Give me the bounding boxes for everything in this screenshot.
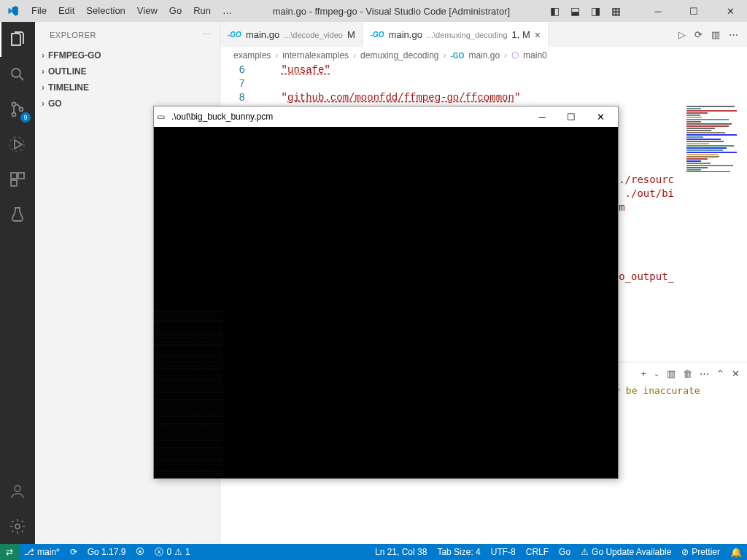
scm-badge: 9 (20, 112, 31, 122)
vscode-icon (0, 5, 26, 17)
more-actions-icon[interactable]: ⋯ (729, 29, 738, 40)
language-mode[interactable]: Go (554, 547, 576, 557)
minimize-button[interactable]: ─ (641, 0, 675, 22)
sidebar-section-timeline[interactable]: ›TIMELINE (35, 79, 220, 96)
go-version[interactable]: Go 1.17.9 (82, 544, 131, 560)
layout-right-icon[interactable]: ◨ (586, 5, 606, 17)
go-update[interactable]: ⚠Go Update Available (576, 547, 676, 557)
crumb[interactable]: internalexamples (282, 50, 349, 61)
activity-bar: 9 (0, 22, 35, 544)
tab-decode-video[interactable]: -GO main.go ...\decode_video M (220, 22, 363, 47)
layout-grid-icon[interactable]: ▦ (606, 5, 627, 17)
go-file-icon: -GO (371, 31, 384, 39)
split-terminal-icon[interactable]: ▥ (667, 368, 676, 379)
menu-selection[interactable]: Selection (80, 0, 131, 22)
overlay-close-button[interactable]: ✕ (586, 112, 615, 122)
app-icon: ▭ (157, 112, 171, 122)
title-bar: File Edit Selection View Go Run … main.g… (0, 0, 747, 22)
sidebar-header: EXPLORER ⋯ (35, 22, 220, 47)
close-panel-icon[interactable]: ✕ (732, 368, 740, 379)
prettier-status[interactable]: ⊘Prettier (676, 547, 725, 557)
cursor-position[interactable]: Ln 21, Col 38 (370, 547, 432, 557)
svg-rect-7 (11, 180, 17, 186)
live-share-icon[interactable]: ⦿ (131, 544, 150, 560)
svg-point-0 (12, 69, 20, 77)
tab-demuxing-decoding[interactable]: -GO main.go ...\demuxing_decoding 1, M × (363, 22, 549, 47)
svg-point-1 (12, 103, 16, 106)
overlay-titlebar[interactable]: ▭ .\out\big_buck_bunny.pcm ─ ☐ ✕ (154, 106, 618, 127)
overlay-maximize-button[interactable]: ☐ (557, 112, 586, 122)
breadcrumbs[interactable]: examples› internalexamples› demuxing_dec… (220, 47, 747, 63)
notifications-icon[interactable]: 🔔 (725, 547, 747, 558)
layout-bottom-icon[interactable]: ⬓ (565, 5, 586, 17)
crumb[interactable]: main.go (468, 50, 500, 61)
sync-indicator[interactable]: ⟳ (65, 544, 82, 560)
audio-visual-noise (154, 311, 223, 478)
editor-actions: ▷ ⟳ ▥ ⋯ (670, 22, 747, 47)
status-bar: ⇄ ⎇main* ⟳ Go 1.17.9 ⦿ ⓧ0⚠1 Ln 21, Col 3… (0, 544, 747, 560)
minimap[interactable] (683, 105, 747, 172)
chevron-right-icon: › (38, 50, 48, 61)
activity-testing[interactable] (0, 197, 35, 232)
svg-point-8 (15, 486, 20, 491)
overlay-content (154, 127, 618, 478)
eol[interactable]: CRLF (521, 547, 554, 557)
activity-scm[interactable]: 9 (0, 92, 35, 127)
menu-more[interactable]: … (217, 0, 238, 22)
chevron-right-icon: › (38, 98, 48, 109)
menu-edit[interactable]: Edit (53, 0, 80, 22)
branch-indicator[interactable]: ⎇main* (19, 544, 65, 560)
sidebar-more-icon[interactable]: ⋯ (203, 30, 212, 39)
split-editor-icon[interactable]: ▥ (711, 29, 720, 40)
sidebar-section-ffmpeg-go[interactable]: ›FFMPEG-GO (35, 47, 220, 63)
menu-view[interactable]: View (131, 0, 163, 22)
crumb[interactable]: demuxing_decoding (360, 50, 438, 61)
svg-point-9 (15, 524, 20, 529)
tab-size[interactable]: Tab Size: 4 (432, 547, 485, 557)
chevron-right-icon: › (38, 66, 48, 77)
more-icon[interactable]: ⋯ (700, 368, 709, 379)
layout-controls: ◧ ⬓ ◨ ▦ (545, 5, 627, 17)
remote-indicator[interactable]: ⇄ (0, 544, 19, 560)
menu-file[interactable]: File (26, 0, 53, 22)
activity-debug[interactable] (0, 127, 35, 162)
go-file-icon: -GO (451, 52, 465, 60)
close-tab-icon[interactable]: × (535, 29, 541, 41)
activity-extensions[interactable] (0, 162, 35, 197)
maximize-button[interactable]: ☐ (677, 0, 711, 22)
overlay-title: .\out\big_buck_bunny.pcm (171, 112, 527, 122)
problems-indicator[interactable]: ⓧ0⚠1 (150, 544, 195, 560)
activity-search[interactable] (0, 57, 35, 92)
svg-rect-5 (11, 173, 17, 179)
sidebar-title: EXPLORER (50, 31, 96, 39)
terminal-chevron-icon[interactable]: ⌄ (654, 370, 659, 378)
window-controls: ─ ☐ ✕ (641, 0, 747, 22)
menu-bar: File Edit Selection View Go Run … (26, 0, 238, 22)
crumb[interactable]: examples (233, 50, 271, 61)
chevron-right-icon: › (38, 82, 48, 93)
editor-tabs: -GO main.go ...\decode_video M -GO main.… (220, 22, 747, 47)
overlay-player-window: ▭ .\out\big_buck_bunny.pcm ─ ☐ ✕ (153, 106, 619, 479)
svg-rect-6 (18, 173, 24, 179)
new-terminal-icon[interactable]: + (640, 368, 646, 379)
menu-go[interactable]: Go (163, 0, 187, 22)
kill-terminal-icon[interactable]: 🗑 (683, 368, 692, 379)
go-file-icon: -GO (228, 31, 241, 39)
svg-point-3 (20, 108, 23, 112)
window-title: main.go - ffmpeg-go - Visual Studio Code… (238, 6, 545, 17)
activity-explorer[interactable] (0, 22, 35, 57)
close-button[interactable]: ✕ (713, 0, 747, 22)
debug-restart-icon[interactable]: ⟳ (694, 29, 703, 40)
svg-point-2 (12, 113, 16, 117)
activity-settings[interactable] (0, 509, 35, 544)
overlay-minimize-button[interactable]: ─ (527, 112, 557, 122)
activity-account[interactable] (0, 474, 35, 509)
layout-left-icon[interactable]: ◧ (545, 5, 565, 17)
crumb[interactable]: main0 (523, 50, 547, 61)
menu-run[interactable]: Run (187, 0, 217, 22)
sidebar-section-outline[interactable]: ›OUTLINE (35, 63, 220, 79)
chevron-up-icon[interactable]: ⌃ (716, 368, 724, 379)
run-icon[interactable]: ▷ (678, 29, 686, 40)
symbol-icon: ⬡ (511, 50, 519, 61)
encoding[interactable]: UTF-8 (486, 547, 521, 557)
